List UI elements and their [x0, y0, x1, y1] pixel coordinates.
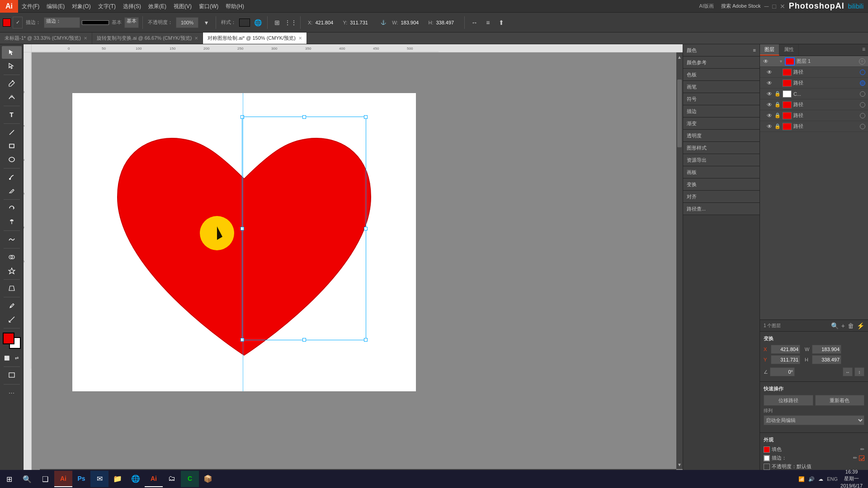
- layer-target-6[interactable]: [860, 124, 865, 129]
- fill-color-swatch[interactable]: [3, 19, 11, 27]
- ellipse-tool[interactable]: [2, 153, 22, 166]
- taskbar-explorer-app[interactable]: 📁: [108, 471, 127, 487]
- type-tool[interactable]: T: [2, 108, 22, 121]
- lock-btn-6[interactable]: 🔒: [774, 123, 781, 129]
- taskbar-mail-app[interactable]: ✉: [90, 471, 108, 487]
- panel-color-ref-header[interactable]: 颜色参考: [683, 56, 760, 68]
- properties-tab[interactable]: 属性: [779, 44, 799, 56]
- search-btn[interactable]: 🔍: [18, 470, 36, 488]
- lock-btn-5[interactable]: 🔒: [774, 113, 781, 118]
- menu-select[interactable]: 选择(S): [119, 0, 145, 13]
- canvas-document[interactable]: [72, 93, 416, 391]
- layer-target-4[interactable]: [860, 102, 865, 108]
- taskbar-box-app[interactable]: 📦: [199, 471, 217, 487]
- taskbar-files-app[interactable]: 🗂: [163, 471, 181, 487]
- fill-color-sm[interactable]: [764, 446, 770, 453]
- layer-row-path1[interactable]: 👁 路径: [760, 67, 868, 78]
- rotate-tool[interactable]: [2, 202, 22, 215]
- swap-colors-btn[interactable]: ⇄: [12, 352, 22, 364]
- foreground-color[interactable]: [3, 333, 14, 344]
- panel-color-header[interactable]: 颜色 ≡: [683, 44, 760, 56]
- v-scroll-thumb[interactable]: [677, 80, 682, 147]
- menu-edit[interactable]: 编辑(E): [43, 0, 68, 13]
- layer-row-path6[interactable]: 👁 🔒 路径: [760, 121, 868, 132]
- menu-file[interactable]: 文件(F): [18, 0, 43, 13]
- scroll-up-btn[interactable]: ▲: [676, 52, 683, 61]
- tab-0[interactable]: 未标题-1* @ 33.33% (CMYK/预览) ✕: [0, 33, 92, 44]
- taskbar-ai2-app[interactable]: Ai: [145, 471, 163, 487]
- panel-menu-btn[interactable]: ≡: [859, 44, 868, 56]
- eye-btn-2[interactable]: 👁: [766, 80, 773, 86]
- script-btn[interactable]: ⚡: [857, 322, 864, 329]
- live-paint-tool[interactable]: [2, 264, 22, 277]
- transform-icon[interactable]: ↔: [468, 17, 480, 28]
- h-transform-input[interactable]: [812, 355, 841, 364]
- taskbar-c-app[interactable]: C: [181, 471, 199, 487]
- eye-btn-5[interactable]: 👁: [766, 113, 773, 119]
- task-view-btn[interactable]: ❑: [36, 470, 54, 488]
- panel-swatches-header[interactable]: 色板: [683, 69, 760, 80]
- panel-stroke-header[interactable]: 描边: [683, 105, 760, 117]
- anchor-toggle[interactable]: ⚓: [377, 17, 389, 28]
- panel-symbols-header[interactable]: 符号: [683, 93, 760, 105]
- eye-btn-6[interactable]: 👁: [766, 123, 773, 130]
- taskbar-ai-app[interactable]: Ai: [54, 471, 72, 487]
- mode-select[interactable]: 基本: [124, 17, 139, 28]
- layer-row-path4[interactable]: 👁 🔒 路径: [760, 99, 868, 110]
- search-layer-btn[interactable]: 🔍: [831, 322, 839, 329]
- tab-2[interactable]: 对称图形绘制.ai* @ 150% (CMYK/预览) ✕: [203, 33, 307, 44]
- direct-selection-tool[interactable]: [2, 60, 22, 72]
- tab-1[interactable]: 旋转复制与变换.ai @ 66.67% (CMYK/预览) ✕: [92, 33, 203, 44]
- y-transform-input[interactable]: [771, 355, 800, 364]
- opacity-input[interactable]: [176, 17, 198, 28]
- panel-pathfinder-header[interactable]: 路径查...: [683, 203, 760, 215]
- panel-asset-export-header[interactable]: 资源导出: [683, 154, 760, 166]
- tab-close-0[interactable]: ✕: [84, 36, 87, 41]
- layer-row-path3[interactable]: 👁 🔒 C...: [760, 89, 868, 99]
- layer-expand-0[interactable]: ▼: [779, 59, 783, 64]
- paintbrush-tool[interactable]: [2, 171, 22, 183]
- perspective-tool[interactable]: [2, 282, 22, 295]
- new-layer-btn[interactable]: +: [841, 322, 845, 329]
- eye-btn-1[interactable]: 👁: [766, 69, 773, 75]
- panel-brushes-header[interactable]: 画笔: [683, 81, 760, 93]
- eye-btn-3[interactable]: 👁: [766, 91, 773, 97]
- taskbar-volume-icon[interactable]: 🔊: [808, 476, 815, 482]
- lock-btn-3[interactable]: 🔒: [774, 91, 781, 97]
- panel-align-header[interactable]: 对齐: [683, 191, 760, 202]
- stroke-toggle[interactable]: ✓: [13, 17, 23, 28]
- x-transform-input[interactable]: [771, 345, 800, 354]
- menu-window[interactable]: 窗口(W): [195, 0, 222, 13]
- angle-input[interactable]: [770, 367, 795, 376]
- lock-btn-4[interactable]: 🔒: [774, 102, 781, 108]
- panel-transparency-header[interactable]: 透明度: [683, 130, 760, 141]
- taskbar-ps-app[interactable]: Ps: [72, 471, 90, 487]
- delete-layer-btn[interactable]: 🗑: [848, 322, 854, 329]
- layer-row-path2[interactable]: 👁 路径: [760, 78, 868, 89]
- stroke-select[interactable]: 描边：: [44, 17, 80, 28]
- taskbar-time-display[interactable]: 16:39 星期一 2019/6/17: [840, 469, 863, 488]
- v-scrollbar[interactable]: ▲ ▼: [676, 52, 683, 469]
- offset-path-btn[interactable]: 位移路径: [764, 395, 813, 406]
- tab-close-2[interactable]: ✕: [298, 36, 302, 41]
- curvature-tool[interactable]: [2, 91, 22, 103]
- taskbar-lang[interactable]: ENG: [827, 476, 838, 482]
- flip-v-btn[interactable]: ↕: [854, 367, 864, 376]
- fill-pencil-icon[interactable]: ✏: [860, 446, 864, 452]
- rect-tool[interactable]: [2, 140, 22, 152]
- menu-view[interactable]: 视图(V): [170, 0, 195, 13]
- arrange-icon[interactable]: ⬆: [495, 17, 507, 28]
- line-tool[interactable]: [2, 126, 22, 139]
- recolor-btn[interactable]: 重新着色: [815, 395, 865, 406]
- panel-transform-header[interactable]: 变换: [683, 178, 760, 190]
- align-distribute-icon[interactable]: ≡: [482, 17, 494, 28]
- restore-btn[interactable]: □: [772, 3, 776, 10]
- pencil-tool[interactable]: [2, 184, 22, 197]
- layer-row-group[interactable]: 👁 ▼ 图层 1 ○: [760, 56, 868, 67]
- panel-gradient-header[interactable]: 渐变: [683, 117, 760, 129]
- reflect-tool[interactable]: [2, 216, 22, 228]
- layer-options-0[interactable]: ○: [859, 58, 865, 65]
- taskbar-onedrive-icon[interactable]: ☁: [818, 476, 823, 482]
- layer-target-2[interactable]: [860, 80, 865, 86]
- menu-type[interactable]: 文字(T): [94, 0, 119, 13]
